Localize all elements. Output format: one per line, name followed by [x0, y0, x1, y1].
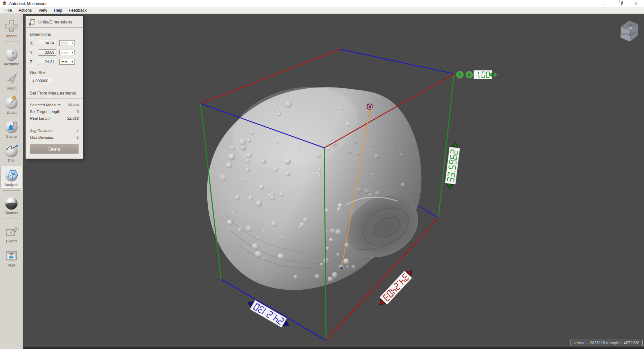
- sidebar-item-sculpt[interactable]: Sculpt: [1, 94, 22, 115]
- a-icon-label: A: [468, 72, 471, 77]
- window-title: Autodesk Meshmixer: [9, 1, 47, 6]
- axis-label-x: X:: [30, 41, 38, 46]
- sidebar-item-select[interactable]: Select: [1, 69, 22, 91]
- sidebar-item-stamp[interactable]: Stamp: [1, 118, 22, 139]
- panel-title: Units/Dimensions: [38, 19, 72, 24]
- sidebar-item-label: Print: [8, 263, 15, 267]
- measurement-row: Avg Deviation-1: [30, 129, 79, 133]
- menu-file[interactable]: File: [2, 8, 15, 13]
- units-dimensions-icon: [30, 19, 35, 24]
- menu-actions[interactable]: Actions: [15, 8, 35, 13]
- grid-size-label: Grid Size: [30, 70, 79, 75]
- dimension-field-x[interactable]: 34.24: [38, 40, 56, 46]
- measurement-label: Real Length: [30, 116, 51, 120]
- measurement-endpoint: [340, 267, 342, 269]
- sidebar-item-label: Stamp: [6, 134, 17, 138]
- sidebar-item-label: Sculpt: [6, 110, 17, 114]
- unit-select-y[interactable]: mm▼: [59, 50, 75, 55]
- stamp-icon: [4, 119, 19, 134]
- grid-size-field[interactable]: 4.000000: [30, 78, 54, 84]
- unit-select-x[interactable]: mm▼: [59, 40, 75, 46]
- unit-select-z[interactable]: mm▼: [59, 59, 75, 65]
- measurement-row: Set Target Length0: [30, 110, 79, 114]
- chevron-down-icon: ▼: [71, 42, 74, 44]
- select-icon: [4, 71, 19, 86]
- sidebar-item-shaders[interactable]: Shaders: [1, 194, 22, 216]
- measurement-row: Max Deviation-1: [30, 135, 79, 139]
- sidebar-item-analysis[interactable]: Analysis: [1, 166, 22, 188]
- measurement-trackball-widget[interactable]: [367, 104, 373, 110]
- axis-label-z: Z:: [30, 60, 38, 64]
- sidebar-item-label: Select: [6, 86, 17, 90]
- sidebar-item-label: Edit: [8, 159, 15, 163]
- dimensions-label: Dimensions: [30, 32, 79, 37]
- measurement-value: left-drag: [68, 103, 79, 107]
- measurement-value: -1: [75, 135, 79, 139]
- set-from-measurements-label: Set From Measurements: [26, 84, 83, 99]
- chevron-down-icon: ▼: [71, 61, 74, 63]
- dimension-field-y[interactable]: 33.59: [38, 49, 56, 56]
- sidebar-item-meshmix[interactable]: Meshmix: [1, 45, 22, 67]
- measurement-value: 32.616: [67, 116, 79, 120]
- divider: [3, 42, 20, 42]
- spacer: [30, 123, 79, 126]
- edit-icon: [4, 143, 19, 158]
- measurement-label: Selected Measure: [30, 103, 61, 107]
- measurement-row: Real Length32.616: [30, 116, 79, 120]
- sidebar-item-edit[interactable]: Edit: [1, 142, 22, 164]
- window-bottom-edge: [23, 347, 644, 349]
- menu-view[interactable]: View: [35, 8, 51, 13]
- chevron-down-icon: ▼: [71, 51, 74, 54]
- sidebar-item-label: Export: [6, 239, 17, 243]
- viewport-canvas[interactable]: S A TOP FRONT RIGHT: [0, 13, 644, 349]
- divider: [3, 219, 20, 219]
- measurement-value: 0: [77, 110, 79, 114]
- toolbar-sidebar: Import Meshmix Select Sculpt Stamp Edit …: [0, 14, 23, 349]
- import-icon: [4, 19, 19, 34]
- measurement-row: Selected Measureleft-drag: [30, 103, 79, 107]
- restore-icon: [618, 2, 622, 5]
- measurement-label: Avg Deviation: [30, 129, 54, 133]
- app-icon: [2, 1, 7, 6]
- sculpt-icon: [4, 95, 19, 110]
- done-button[interactable]: Done: [30, 144, 79, 154]
- close-button[interactable]: ×: [628, 0, 644, 7]
- units-dimensions-panel: Units/Dimensions Dimensions X:34.24mm▼Y:…: [25, 16, 83, 159]
- sidebar-item-label: Analysis: [5, 183, 18, 187]
- axis-label-y: Y:: [30, 50, 38, 55]
- divider: [3, 190, 20, 191]
- measurement-label: Set Target Length: [30, 110, 60, 114]
- dimension-row-x: X:34.24mm▼: [30, 40, 79, 46]
- shaders-icon: [4, 196, 19, 211]
- sidebar-item-label: Shaders: [5, 211, 18, 215]
- menu-bar: FileActionsViewHelpFeedback: [0, 7, 644, 14]
- title-bar: Autodesk Meshmixer – ×: [0, 0, 644, 7]
- analysis-icon: [4, 168, 19, 182]
- dimension-field-z[interactable]: 24.21: [38, 59, 56, 65]
- export-icon: [4, 224, 19, 239]
- dimension-row-y: Y:33.59mm▼: [30, 49, 79, 56]
- restore-button[interactable]: [612, 0, 628, 7]
- minimize-button[interactable]: –: [596, 0, 612, 7]
- sidebar-item-label: Meshmix: [4, 62, 19, 66]
- sidebar-item-label: Import: [6, 34, 16, 38]
- s-icon-label: S: [459, 72, 462, 77]
- dimension-row-z: Z:24.21mm▼: [30, 59, 79, 65]
- print-icon: [4, 248, 19, 263]
- menu-help[interactable]: Help: [51, 8, 66, 13]
- meshmix-icon: [4, 47, 19, 62]
- sidebar-item-print[interactable]: Print: [1, 246, 22, 268]
- sidebar-item-import[interactable]: Import: [1, 17, 22, 39]
- menu-feedback[interactable]: Feedback: [65, 8, 90, 13]
- status-bar: vertices: 2036116 triangles: 4072228: [570, 340, 643, 346]
- sidebar-item-export[interactable]: Export: [1, 222, 22, 244]
- measurement-label: Max Deviation: [30, 135, 54, 139]
- measurement-value: -1: [75, 129, 79, 133]
